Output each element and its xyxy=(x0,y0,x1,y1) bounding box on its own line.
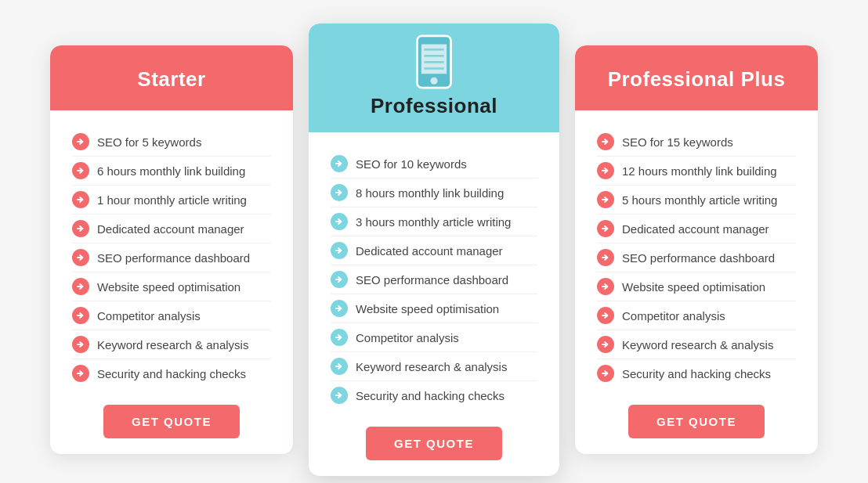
list-item: Security and hacking checks xyxy=(331,381,537,409)
list-item: Keyword research & analysis xyxy=(72,330,271,359)
list-item: SEO performance dashboard xyxy=(72,243,271,272)
arrow-icon xyxy=(597,278,614,295)
feature-text: Competitor analysis xyxy=(356,331,459,344)
arrow-icon xyxy=(331,387,348,404)
feature-list-professional-plus: SEO for 15 keywords12 hours monthly link… xyxy=(597,128,796,387)
list-item: Website speed optimisation xyxy=(597,272,796,301)
list-item: Security and hacking checks xyxy=(597,359,796,387)
feature-text: Competitor analysis xyxy=(622,309,725,323)
plan-body-starter: SEO for 5 keywords6 hours monthly link b… xyxy=(50,110,293,454)
list-item: SEO performance dashboard xyxy=(331,265,537,294)
feature-text: Keyword research & analysis xyxy=(97,338,248,351)
plan-title-professional: Professional xyxy=(371,94,497,118)
arrow-icon xyxy=(331,358,348,375)
phone-icon xyxy=(410,34,458,89)
feature-text: 1 hour monthly article writing xyxy=(97,193,247,207)
feature-text: 5 hours monthly article writing xyxy=(622,193,777,207)
arrow-icon xyxy=(72,191,89,208)
feature-text: 6 hours monthly link building xyxy=(97,164,245,178)
list-item: SEO for 15 keywords xyxy=(597,128,796,157)
list-item: Website speed optimisation xyxy=(331,294,537,323)
arrow-icon xyxy=(597,191,614,208)
plan-card-professional: ProfessionalSEO for 10 keywords8 hours m… xyxy=(309,23,559,476)
arrow-icon xyxy=(331,300,348,317)
svg-point-6 xyxy=(431,77,438,85)
arrow-icon xyxy=(72,278,89,295)
plans-container: StarterSEO for 5 keywords6 hours monthly… xyxy=(0,0,868,483)
arrow-icon xyxy=(597,220,614,237)
arrow-icon xyxy=(597,365,614,382)
plan-card-professional-plus: Professional PlusSEO for 15 keywords12 h… xyxy=(575,45,818,454)
feature-text: Security and hacking checks xyxy=(97,367,246,380)
plan-header-professional-plus: Professional Plus xyxy=(575,45,818,110)
list-item: Competitor analysis xyxy=(331,323,537,352)
feature-text: SEO performance dashboard xyxy=(97,251,250,265)
feature-text: Website speed optimisation xyxy=(97,280,241,294)
list-item: 6 hours monthly link building xyxy=(72,157,271,186)
list-item: SEO for 5 keywords xyxy=(72,128,271,157)
list-item: Keyword research & analysis xyxy=(597,330,796,359)
list-item: Dedicated account manager xyxy=(597,214,796,243)
plan-header-starter: Starter xyxy=(50,45,293,110)
plan-card-starter: StarterSEO for 5 keywords6 hours monthly… xyxy=(50,45,293,454)
feature-text: SEO for 15 keywords xyxy=(622,135,733,149)
feature-text: Dedicated account manager xyxy=(97,222,244,236)
list-item: Keyword research & analysis xyxy=(331,352,537,381)
arrow-icon xyxy=(597,336,614,353)
list-item: Competitor analysis xyxy=(72,301,271,330)
feature-text: Website speed optimisation xyxy=(356,302,499,315)
list-item: Dedicated account manager xyxy=(331,236,537,265)
list-item: 12 hours monthly link building xyxy=(597,157,796,186)
arrow-icon xyxy=(331,271,348,288)
get-quote-button-starter[interactable]: GET QUOTE xyxy=(103,405,240,438)
arrow-icon xyxy=(331,242,348,259)
plan-body-professional: SEO for 10 keywords8 hours monthly link … xyxy=(309,132,559,476)
arrow-icon xyxy=(72,336,89,353)
feature-text: 12 hours monthly link building xyxy=(622,164,777,178)
arrow-icon xyxy=(331,155,348,172)
plan-header-professional: Professional xyxy=(309,23,559,132)
feature-text: SEO for 5 keywords xyxy=(97,135,201,149)
list-item: 1 hour monthly article writing xyxy=(72,186,271,214)
feature-text: Dedicated account manager xyxy=(622,222,769,236)
arrow-icon xyxy=(597,133,614,150)
arrow-icon xyxy=(72,249,89,266)
feature-text: SEO for 10 keywords xyxy=(356,157,467,171)
arrow-icon xyxy=(72,162,89,179)
arrow-icon xyxy=(72,307,89,324)
list-item: 5 hours monthly article writing xyxy=(597,186,796,214)
get-quote-button-professional[interactable]: GET QUOTE xyxy=(366,427,502,460)
arrow-icon xyxy=(331,213,348,230)
feature-text: SEO performance dashboard xyxy=(356,273,508,287)
feature-text: 8 hours monthly link building xyxy=(356,186,504,200)
arrow-icon xyxy=(72,133,89,150)
feature-text: Competitor analysis xyxy=(97,309,201,323)
feature-text: Website speed optimisation xyxy=(622,280,765,294)
list-item: Website speed optimisation xyxy=(72,272,271,301)
feature-text: Dedicated account manager xyxy=(356,244,503,258)
list-item: SEO for 10 keywords xyxy=(331,150,537,178)
plan-body-professional-plus: SEO for 15 keywords12 hours monthly link… xyxy=(575,110,818,454)
svg-rect-2 xyxy=(424,49,443,51)
svg-rect-3 xyxy=(424,55,443,57)
arrow-icon xyxy=(331,184,348,201)
feature-text: Keyword research & analysis xyxy=(622,338,773,351)
arrow-icon xyxy=(72,220,89,237)
svg-rect-4 xyxy=(424,61,443,63)
list-item: Security and hacking checks xyxy=(72,359,271,387)
arrow-icon xyxy=(72,365,89,382)
list-item: Competitor analysis xyxy=(597,301,796,330)
arrow-icon xyxy=(597,249,614,266)
arrow-icon xyxy=(597,162,614,179)
arrow-icon xyxy=(331,329,348,346)
feature-list-starter: SEO for 5 keywords6 hours monthly link b… xyxy=(72,128,271,387)
get-quote-button-professional-plus[interactable]: GET QUOTE xyxy=(628,405,765,438)
feature-list-professional: SEO for 10 keywords8 hours monthly link … xyxy=(331,150,537,409)
list-item: Dedicated account manager xyxy=(72,214,271,243)
feature-text: 3 hours monthly article writing xyxy=(356,215,511,229)
feature-text: Security and hacking checks xyxy=(356,389,505,402)
list-item: 8 hours monthly link building xyxy=(331,178,537,207)
feature-text: Keyword research & analysis xyxy=(356,360,507,373)
list-item: SEO performance dashboard xyxy=(597,243,796,272)
arrow-icon xyxy=(597,307,614,324)
